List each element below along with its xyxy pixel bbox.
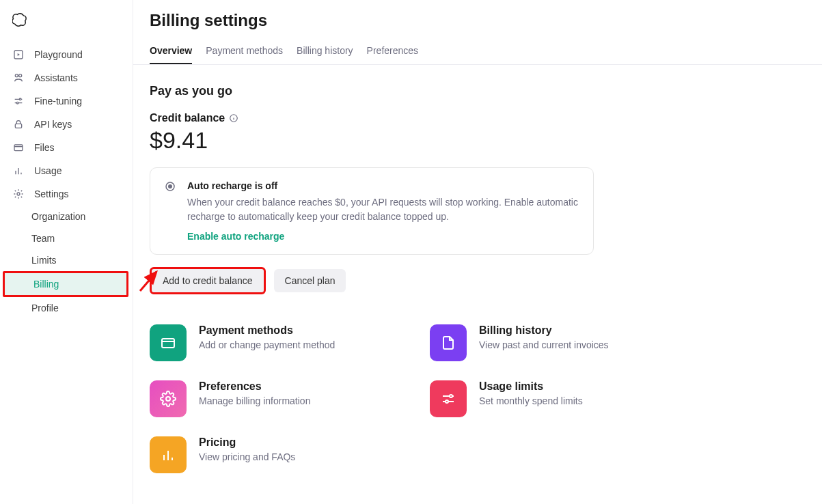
robot-icon — [12, 72, 25, 84]
sidebar-item-label: Playground — [34, 49, 83, 60]
sidebar-item-label: Team — [31, 233, 55, 244]
svg-point-1 — [15, 74, 18, 77]
sidebar-item-label: Billing — [33, 279, 59, 290]
main-content: Billing settings Overview Payment method… — [133, 0, 822, 504]
svg-point-13 — [450, 395, 452, 397]
play-square-icon — [12, 48, 25, 61]
sliders-icon — [12, 95, 25, 107]
sidebar-item-label: Organization — [31, 211, 85, 222]
sidebar-item-usage[interactable]: Usage — [0, 159, 133, 182]
tab-preferences[interactable]: Preferences — [367, 40, 418, 64]
sidebar-item-label: Fine-tuning — [34, 96, 82, 107]
card-sub: Manage billing information — [199, 395, 310, 406]
info-icon[interactable] — [229, 113, 238, 123]
svg-point-3 — [19, 98, 21, 100]
sidebar-item-label: Settings — [34, 188, 69, 199]
tab-overview[interactable]: Overview — [150, 40, 192, 64]
sidebar-item-billing[interactable]: Billing — [3, 271, 128, 297]
recharge-desc: When your credit balance reaches $0, you… — [187, 195, 579, 224]
card-title: Preferences — [199, 380, 310, 393]
tabs: Overview Payment methods Billing history… — [133, 40, 822, 65]
nav: Playground Assistants Fine-tuning API ke… — [0, 43, 133, 319]
sliders-icon — [430, 380, 467, 417]
svg-rect-6 — [14, 145, 23, 151]
sidebar-item-label: Files — [34, 142, 55, 153]
sidebar-item-limits[interactable]: Limits — [0, 249, 133, 271]
sidebar-item-assistants[interactable]: Assistants — [0, 66, 133, 89]
sidebar-item-settings[interactable]: Settings — [0, 182, 133, 206]
sidebar-item-label: Assistants — [34, 72, 78, 83]
sidebar-item-fine-tuning[interactable]: Fine-tuning — [0, 89, 133, 113]
card-preferences[interactable]: Preferences Manage billing information — [150, 380, 402, 417]
bar-chart-icon — [150, 436, 187, 473]
credit-card-icon — [150, 324, 187, 361]
card-sub: Add or change payment method — [199, 339, 335, 350]
folder-icon — [12, 141, 25, 154]
card-title: Payment methods — [199, 324, 335, 337]
radio-off-icon — [164, 180, 176, 193]
card-usage-limits[interactable]: Usage limits Set monthly spend limits — [430, 380, 683, 417]
tab-billing-history[interactable]: Billing history — [297, 40, 353, 64]
card-pricing[interactable]: Pricing View pricing and FAQs — [150, 436, 402, 473]
sidebar: Playground Assistants Fine-tuning API ke… — [0, 0, 133, 504]
svg-point-2 — [19, 74, 22, 77]
sidebar-item-label: API keys — [34, 119, 72, 130]
sidebar-item-label: Limits — [31, 255, 57, 266]
card-title: Usage limits — [479, 380, 583, 393]
sidebar-item-label: Usage — [34, 165, 61, 176]
auto-recharge-card: Auto recharge is off When your credit ba… — [150, 167, 594, 255]
svg-point-12 — [166, 397, 170, 401]
svg-point-4 — [16, 102, 18, 104]
sidebar-item-organization[interactable]: Organization — [0, 206, 133, 227]
balance-label: Credit balance — [150, 112, 225, 124]
svg-rect-5 — [15, 124, 21, 128]
gear-icon — [150, 380, 187, 417]
section-title: Pay as you go — [150, 84, 806, 98]
sidebar-item-profile[interactable]: Profile — [0, 297, 133, 319]
card-title: Pricing — [199, 436, 295, 449]
card-sub: View past and current invoices — [479, 339, 609, 350]
balance-label-row: Credit balance — [150, 112, 806, 124]
gear-icon — [12, 188, 25, 200]
card-sub: View pricing and FAQs — [199, 451, 295, 462]
action-buttons-row: Add to credit balance Cancel plan — [150, 267, 806, 294]
sidebar-item-files[interactable]: Files — [0, 136, 133, 159]
sidebar-item-label: Profile — [31, 303, 59, 313]
sidebar-item-api-keys[interactable]: API keys — [0, 113, 133, 136]
svg-point-14 — [446, 400, 448, 403]
add-to-credit-balance-button[interactable]: Add to credit balance — [150, 267, 266, 294]
sidebar-item-playground[interactable]: Playground — [0, 43, 133, 66]
enable-auto-recharge-link[interactable]: Enable auto recharge — [187, 231, 284, 242]
card-payment-methods[interactable]: Payment methods Add or change payment me… — [150, 324, 402, 361]
svg-point-10 — [169, 185, 172, 188]
recharge-title: Auto recharge is off — [187, 180, 579, 191]
page-title: Billing settings — [150, 11, 806, 30]
openai-logo-icon — [12, 12, 27, 27]
card-billing-history[interactable]: Billing history View past and current in… — [430, 324, 683, 361]
svg-point-7 — [17, 193, 20, 195]
card-sub: Set monthly spend limits — [479, 395, 583, 406]
card-title: Billing history — [479, 324, 609, 337]
balance-amount: $9.41 — [150, 127, 806, 154]
document-icon — [430, 324, 467, 361]
feature-cards-grid: Payment methods Add or change payment me… — [150, 324, 683, 473]
svg-rect-11 — [162, 339, 174, 348]
logo[interactable] — [0, 8, 133, 43]
tab-payment-methods[interactable]: Payment methods — [206, 40, 283, 64]
bar-chart-icon — [12, 165, 25, 177]
cancel-plan-button[interactable]: Cancel plan — [274, 269, 346, 292]
sidebar-item-team[interactable]: Team — [0, 227, 133, 249]
lock-icon — [12, 118, 25, 130]
